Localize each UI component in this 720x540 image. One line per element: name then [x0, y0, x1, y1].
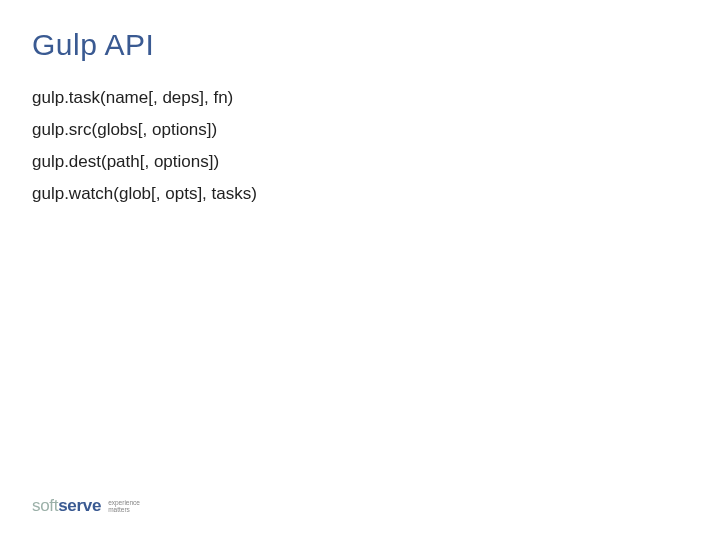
softserve-logo: softserve experience matters: [32, 496, 140, 516]
slide: Gulp API gulp.task(name[, deps], fn) gul…: [0, 0, 720, 540]
api-line: gulp.dest(path[, options]): [32, 152, 688, 172]
logo-soft: soft: [32, 496, 58, 515]
api-line: gulp.watch(glob[, opts], tasks): [32, 184, 688, 204]
logo-serve: serve: [58, 496, 101, 515]
api-line: gulp.src(globs[, options]): [32, 120, 688, 140]
slide-title: Gulp API: [32, 28, 688, 62]
api-line: gulp.task(name[, deps], fn): [32, 88, 688, 108]
logo-tagline-bottom: matters: [108, 507, 140, 514]
logo-wordmark: softserve: [32, 496, 101, 516]
logo-tagline: experience matters: [108, 500, 140, 514]
api-list: gulp.task(name[, deps], fn) gulp.src(glo…: [32, 88, 688, 204]
